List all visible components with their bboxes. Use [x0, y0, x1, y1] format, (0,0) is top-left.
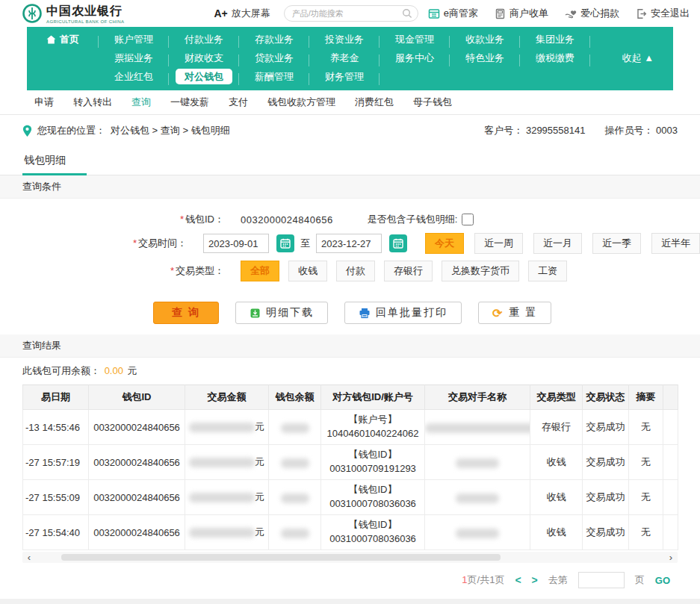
nav-collapse-button[interactable]: 收起 ▲: [622, 52, 654, 65]
col-wallet-id: 钱包ID: [89, 385, 185, 410]
nav-item[interactable]: 投资业务: [309, 33, 380, 46]
home-icon: [46, 35, 56, 44]
subnav-item-pay[interactable]: 支付: [229, 96, 248, 109]
subnav-item-red-packet[interactable]: 消费红包: [355, 96, 394, 109]
redacted-name: [425, 480, 530, 515]
nav-item[interactable]: 薪酬管理: [239, 70, 309, 84]
nav-item[interactable]: 财政收支: [169, 52, 239, 65]
breadcrumb-prefix: 您现在的位置：: [37, 124, 105, 137]
col-extra: [663, 385, 678, 410]
date-to-input[interactable]: [316, 234, 382, 253]
tab-bar: 钱包明细: [0, 146, 700, 175]
nav-item[interactable]: 集团业务: [520, 33, 590, 46]
batch-print-receipt-button[interactable]: 回单批量打印: [344, 302, 462, 324]
scroll-right-arrow[interactable]: ›: [664, 552, 678, 563]
nav-item[interactable]: 票据业务: [99, 52, 169, 65]
nav-item[interactable]: 企业红包: [99, 70, 169, 84]
shortcut-today[interactable]: 今天: [425, 233, 464, 254]
quicklink-logout[interactable]: 安全退出: [636, 7, 690, 20]
tab-wallet-detail[interactable]: 钱包明细: [22, 149, 87, 175]
wallet-subnav: 申请 转入转出 查询 一键发薪 支付 钱包收款方管理 消费红包 母子钱包: [0, 90, 700, 115]
nav-item[interactable]: 服务中心: [380, 52, 450, 65]
redacted-balance: [269, 445, 321, 480]
shortcut-last-quarter[interactable]: 近一季: [592, 233, 641, 254]
scroll-left-arrow[interactable]: ‹: [22, 552, 36, 563]
redacted-balance: [269, 515, 321, 550]
type-pay[interactable]: 付款: [336, 261, 375, 281]
nav-item[interactable]: 现金管理: [380, 33, 450, 46]
subnav-item-transfer[interactable]: 转入转出: [73, 96, 112, 109]
breadcrumb: 您现在的位置： 对公钱包 > 查询 > 钱包明细: [22, 124, 230, 137]
redacted-amount: 元: [185, 515, 269, 550]
shortcut-last-week[interactable]: 近一周: [474, 233, 523, 254]
type-salary[interactable]: 工资: [528, 261, 567, 281]
quicklink-donation[interactable]: 爱心捐款: [565, 7, 619, 20]
subnav-item-apply[interactable]: 申请: [34, 96, 54, 109]
bank-name: 中国农业银行: [46, 4, 124, 19]
goto-page-input[interactable]: [578, 572, 625, 588]
nav-item[interactable]: 付款业务: [169, 33, 239, 46]
nav-item[interactable]: 缴税缴费: [520, 52, 590, 65]
col-date: 易日期: [23, 385, 89, 410]
type-label: 交易类型：: [176, 265, 224, 276]
nav-item[interactable]: 特色业务: [450, 52, 520, 65]
table-row[interactable]: -27 15:54:40 0032000024840656 元 【钱包ID】00…: [23, 515, 678, 550]
subnav-item-query[interactable]: 查询: [131, 96, 151, 109]
include-sub-wallet-checkbox[interactable]: [462, 214, 474, 225]
quicklink-label: e商管家: [444, 7, 478, 20]
store-icon: [428, 8, 440, 19]
zoom-screen-control[interactable]: A+ 放大屏幕: [214, 7, 270, 20]
search-icon[interactable]: [402, 8, 412, 19]
date-from-input[interactable]: [203, 234, 269, 253]
nav-item[interactable]: 养老金: [309, 52, 380, 65]
nav-item-home[interactable]: 首页: [27, 33, 99, 46]
download-detail-button[interactable]: 明细下载: [235, 302, 328, 324]
product-search: [284, 5, 418, 22]
customer-number: 客户号： 32995558141: [484, 124, 585, 137]
type-exchange-digital-currency[interactable]: 兑换数字货币: [442, 261, 519, 281]
include-sub-wallet-label: 是否包含子钱包明细:: [368, 213, 458, 226]
nav-row-2: 票据业务 财政收支 贷款业务 养老金 服务中心 特色业务 缴税缴费 收起 ▲: [27, 49, 673, 67]
wallet-id-value: 0032000024840656: [241, 214, 333, 225]
scrollbar-thumb[interactable]: [61, 554, 501, 561]
nav-item[interactable]: 财务管理: [309, 70, 380, 84]
nav-item[interactable]: 收款业务: [450, 33, 520, 46]
redacted-name: [425, 410, 530, 445]
subnav-item-parent-child[interactable]: 母子钱包: [413, 96, 452, 109]
nav-item[interactable]: 账户管理: [99, 33, 169, 46]
type-all[interactable]: 全部: [241, 261, 279, 281]
nav-item[interactable]: 存款业务: [239, 33, 309, 46]
quicklink-merchant-acquiring[interactable]: 商户收单: [495, 7, 548, 20]
col-balance: 钱包余额: [269, 385, 321, 410]
type-receive[interactable]: 收钱: [288, 261, 327, 281]
query-form: *钱包ID： 0032000024840656 是否包含子钱包明细: *交易时间…: [0, 199, 700, 291]
redacted-balance: [269, 480, 321, 515]
required-asterisk: *: [133, 237, 137, 249]
breadcrumb-row: 您现在的位置： 对公钱包 > 查询 > 钱包明细 客户号： 3299555814…: [0, 115, 700, 146]
query-button[interactable]: 查 询: [153, 302, 219, 324]
prev-page-button[interactable]: <: [515, 574, 521, 586]
subnav-item-payroll[interactable]: 一键发薪: [170, 96, 209, 109]
quicklink-emerchant[interactable]: e商管家: [428, 7, 478, 20]
bank-logo: 中国农业银行 AGRICULTURAL BANK OF CHINA: [22, 4, 124, 24]
table-row[interactable]: -27 15:57:19 0032000024840656 元 【钱包ID】00…: [23, 445, 678, 480]
go-button[interactable]: GO: [655, 575, 670, 586]
nav-row-3: 企业红包 对公钱包 薪酬管理 财务管理: [27, 67, 673, 86]
table-horizontal-scrollbar: ‹ ›: [22, 552, 678, 563]
subnav-item-payee-mgmt[interactable]: 钱包收款方管理: [267, 96, 335, 109]
table-row[interactable]: -13 14:55:46 0032000024840656 元 【账户号】104…: [23, 410, 678, 445]
table-header-row: 易日期 钱包ID 交易金额 钱包余额 对方钱包ID/账户号 交易对手名称 交易类…: [23, 385, 678, 410]
next-page-button[interactable]: >: [532, 574, 538, 586]
nav-item-corporate-wallet[interactable]: 对公钱包: [169, 70, 239, 84]
reset-button[interactable]: ⟳ 重 置: [478, 302, 551, 324]
calendar-icon[interactable]: [276, 234, 294, 252]
type-deposit[interactable]: 存银行: [384, 261, 433, 281]
search-input[interactable]: [284, 5, 418, 22]
calendar-icon[interactable]: [389, 234, 407, 252]
scrollbar-track[interactable]: [36, 554, 664, 561]
shortcut-last-month[interactable]: 近一月: [533, 233, 582, 254]
main-navigation: 首页 账户管理 付款业务 存款业务 投资业务 现金管理 收款业务 集团业务 票据…: [27, 27, 673, 90]
table-row[interactable]: -27 15:55:09 0032000024840656 元 【钱包ID】00…: [23, 480, 678, 515]
nav-item[interactable]: 贷款业务: [239, 52, 309, 65]
shortcut-last-half-year[interactable]: 近半年: [651, 233, 700, 254]
